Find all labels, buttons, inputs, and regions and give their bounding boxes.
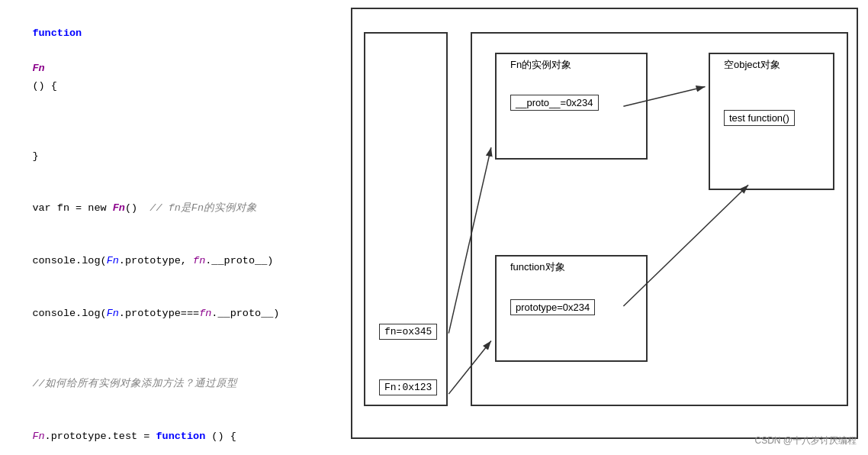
test-fn-label: test function() [724, 110, 795, 126]
code-line-blank2 [8, 340, 343, 358]
prototype-label: prototype=0x234 [510, 299, 595, 315]
code-line-3: var fn = new Fn() // fn是Fn的实例对象 [8, 182, 343, 235]
fn-label: fn=ox345 [379, 324, 437, 340]
instance-box-title: Fn的实例对象 [510, 58, 571, 72]
fn-addr-label: Fn:0x123 [379, 379, 437, 395]
tall-box: fn=ox345 Fn:0x123 [364, 32, 448, 406]
code-line-2: } [8, 131, 343, 183]
object-box-title: 空object对象 [724, 58, 780, 72]
diagram-area: fn=ox345 Fn:0x123 Fn的实例对象 __proto__=0x23… [351, 8, 858, 439]
proto-label: __proto__=0x234 [510, 95, 599, 111]
code-line-1: function Fn () { [8, 8, 343, 113]
code-line-4: console.log(Fn.prototype, fn.__proto__) [8, 235, 343, 288]
code-line-5: console.log(Fn.prototype===fn.__proto__) [8, 288, 343, 340]
code-panel: function Fn () { } var fn = new Fn() // … [8, 8, 343, 455]
keyword-function: function [32, 27, 82, 39]
code-line-6: //如何给所有实例对象添加方法？通过原型 [8, 358, 343, 411]
watermark: CSDN @十八岁讨厌编程 [754, 434, 857, 447]
right-big-box: Fn的实例对象 __proto__=0x234 function对象 proto… [471, 32, 848, 406]
code-line-7: Fn.prototype.test = function () { [8, 411, 343, 455]
function-box-title: function对象 [510, 260, 565, 274]
code-line-blank1 [8, 113, 343, 131]
